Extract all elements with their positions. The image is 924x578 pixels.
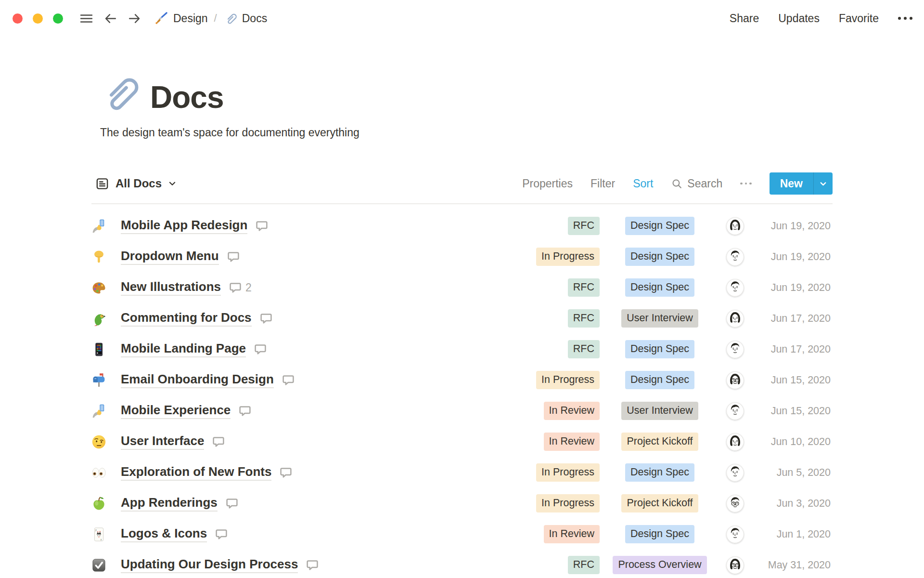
created-by-cell[interactable] — [720, 433, 750, 451]
type-cell[interactable]: Design Spec — [600, 340, 720, 358]
status-cell[interactable]: RFC — [488, 556, 600, 574]
breadcrumb-item-docs[interactable]: Docs — [220, 10, 270, 27]
created-date-cell[interactable]: Jun 15, 2020 — [750, 405, 833, 417]
type-cell[interactable]: Design Spec — [600, 463, 720, 482]
created-date-cell[interactable]: Jun 3, 2020 — [750, 498, 833, 510]
status-cell[interactable]: RFC — [488, 217, 600, 235]
type-cell[interactable]: Design Spec — [600, 371, 720, 389]
doc-title-link[interactable]: Logos & Icons — [121, 526, 207, 542]
doc-title-link[interactable]: Commenting for Docs — [121, 310, 252, 327]
created-date-cell[interactable]: Jun 5, 2020 — [750, 467, 833, 479]
doc-title-link[interactable]: New Illustrations — [121, 279, 221, 296]
doc-title-link[interactable]: Mobile Landing Page — [121, 341, 246, 357]
status-cell[interactable]: RFC — [488, 278, 600, 297]
doc-title-link[interactable]: Exploration of New Fonts — [121, 464, 271, 481]
created-date-cell[interactable]: Jun 19, 2020 — [750, 282, 833, 294]
new-button-chevron-icon[interactable] — [813, 172, 833, 195]
created-by-cell[interactable] — [720, 402, 750, 420]
forward-icon[interactable] — [126, 10, 143, 27]
created-by-cell[interactable] — [720, 371, 750, 389]
more-icon[interactable] — [898, 17, 912, 20]
updates-button[interactable]: Updates — [778, 12, 820, 25]
doc-title-link[interactable]: Email Onboarding Design — [121, 372, 274, 388]
breadcrumb-item-design[interactable]: Design — [152, 10, 211, 27]
comment-count[interactable] — [226, 497, 242, 510]
comment-count[interactable] — [239, 405, 255, 417]
zoom-window-button[interactable] — [53, 13, 63, 24]
comment-count[interactable]: 2 — [229, 281, 252, 294]
created-date-cell[interactable]: Jun 17, 2020 — [750, 313, 833, 325]
docs-table: Mobile App Redesign RFC Design Spec Jun … — [91, 203, 833, 578]
created-by-cell[interactable] — [720, 495, 750, 512]
close-window-button[interactable] — [13, 13, 23, 24]
filter-button[interactable]: Filter — [590, 177, 615, 190]
created-by-cell[interactable] — [720, 525, 750, 543]
comment-count[interactable] — [254, 343, 270, 355]
comment-count[interactable] — [280, 466, 296, 479]
created-by-cell[interactable] — [720, 279, 750, 297]
minimize-window-button[interactable] — [33, 13, 43, 24]
type-badge: Design Spec — [625, 525, 694, 543]
doc-title-link[interactable]: Mobile App Redesign — [121, 218, 247, 234]
created-date-cell[interactable]: Jun 19, 2020 — [750, 251, 833, 263]
status-cell[interactable]: In Progress — [488, 371, 600, 389]
status-cell[interactable]: In Progress — [488, 463, 600, 482]
created-by-cell[interactable] — [720, 310, 750, 328]
comment-count[interactable] — [282, 374, 298, 386]
created-by-cell[interactable] — [720, 248, 750, 266]
doc-title-link[interactable]: Mobile Experience — [121, 403, 231, 419]
created-date-cell[interactable]: Jun 19, 2020 — [750, 220, 833, 232]
back-icon[interactable] — [102, 10, 119, 27]
type-cell[interactable]: Design Spec — [600, 525, 720, 543]
status-cell[interactable]: RFC — [488, 340, 600, 358]
doc-title-link[interactable]: Dropdown Menu — [121, 249, 219, 265]
doc-title-link[interactable]: Updating Our Design Process — [121, 557, 298, 573]
status-cell[interactable]: In Progress — [488, 494, 600, 512]
type-cell[interactable]: Design Spec — [600, 217, 720, 235]
doc-title-link[interactable]: App Renderings — [121, 495, 218, 512]
comment-count[interactable] — [227, 250, 244, 263]
created-date-cell[interactable]: Jun 15, 2020 — [750, 374, 833, 386]
toolbar-more-icon[interactable] — [740, 183, 752, 185]
type-cell[interactable]: Process Overview — [600, 556, 720, 574]
created-by-cell[interactable] — [720, 217, 750, 235]
created-by-cell[interactable] — [720, 464, 750, 482]
type-cell[interactable]: User Interview — [600, 309, 720, 328]
comment-count[interactable] — [212, 435, 229, 448]
doc-title-link[interactable]: User Interface — [121, 434, 204, 450]
comment-count[interactable] — [215, 528, 231, 540]
favorite-button[interactable]: Favorite — [839, 12, 879, 25]
type-cell[interactable]: Design Spec — [600, 248, 720, 266]
type-cell[interactable]: Project Kickoff — [600, 433, 720, 451]
properties-button[interactable]: Properties — [522, 177, 573, 190]
page-description[interactable]: The design team's space for documenting … — [100, 126, 833, 139]
comment-count[interactable] — [260, 312, 276, 325]
share-button[interactable]: Share — [730, 12, 759, 25]
status-cell[interactable]: RFC — [488, 309, 600, 328]
new-button-label[interactable]: New — [770, 172, 813, 195]
comment-count[interactable] — [306, 559, 322, 571]
parrot-emoji — [91, 311, 121, 326]
status-cell[interactable]: In Progress — [488, 248, 600, 266]
page-title[interactable]: Docs — [150, 81, 224, 114]
created-date-cell[interactable]: Jun 1, 2020 — [750, 528, 833, 540]
page-paperclip-icon[interactable] — [96, 71, 139, 114]
status-cell[interactable]: In Review — [488, 525, 600, 543]
sidebar-menu-icon[interactable] — [77, 10, 95, 27]
comment-count[interactable] — [256, 220, 272, 232]
created-by-cell[interactable] — [720, 556, 750, 574]
search-button[interactable]: Search — [671, 177, 722, 190]
created-date-cell[interactable]: Jun 10, 2020 — [750, 436, 833, 448]
created-date-cell[interactable]: Jun 17, 2020 — [750, 343, 833, 355]
created-date-cell[interactable]: May 31, 2020 — [750, 559, 833, 571]
created-by-cell[interactable] — [720, 341, 750, 358]
view-switcher[interactable]: All Docs — [91, 175, 180, 193]
sort-button[interactable]: Sort — [633, 177, 653, 190]
type-cell[interactable]: Design Spec — [600, 278, 720, 297]
type-cell[interactable]: Project Kickoff — [600, 494, 720, 512]
type-cell[interactable]: User Interview — [600, 402, 720, 420]
view-name: All Docs — [116, 177, 162, 190]
status-cell[interactable]: In Review — [488, 402, 600, 420]
status-cell[interactable]: In Review — [488, 433, 600, 451]
table-row: User Interface In Review Project Kickoff… — [91, 426, 833, 457]
